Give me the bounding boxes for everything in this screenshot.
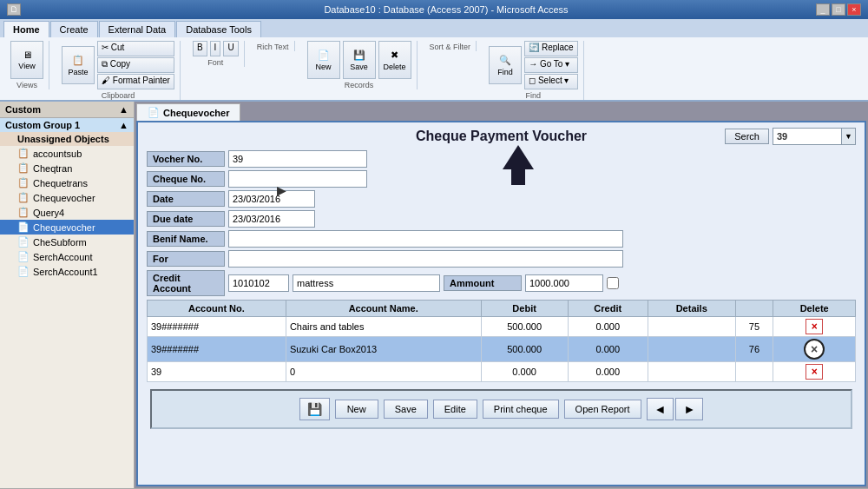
row1-delete-cell: × (773, 317, 856, 337)
next-button[interactable]: ► (675, 398, 703, 420)
row1-details (648, 317, 735, 337)
underline-button[interactable]: U (223, 41, 238, 56)
nav-item-cheqtran[interactable]: 📋 Cheqtran (0, 161, 134, 175)
ribbon-group-richtext: Rich Text (252, 41, 295, 51)
col-credit: Credit (568, 301, 648, 317)
bold-button[interactable]: B (193, 41, 207, 56)
title-bar-menu-btn[interactable]: 🗋 (7, 3, 21, 16)
tab-database-tools[interactable]: Database Tools (176, 21, 261, 37)
vocher-no-row: Vocher No. (147, 150, 856, 168)
nav-item-cheqtran-icon: 📋 (17, 162, 30, 174)
nav-item-chesubform-icon: 📄 (17, 236, 30, 248)
nav-item-serchaccount-icon: 📄 (17, 251, 30, 262)
date-input[interactable] (228, 190, 315, 208)
search-combo: ▼ (773, 128, 856, 145)
search-dropdown-button[interactable]: ▼ (842, 128, 856, 145)
view-icon: 🖥 (23, 50, 32, 60)
tab-home[interactable]: Home (3, 21, 49, 37)
search-area: Serch ▼ (679, 128, 856, 145)
nav-item-chequetrans[interactable]: 📋 Chequetrans (0, 175, 134, 190)
close-btn[interactable]: × (847, 3, 861, 16)
ribbon-tabs: Home Create External Data Database Tools (0, 19, 868, 37)
nav-item-chesubform[interactable]: 📄 CheSubform (0, 235, 134, 249)
cut-button[interactable]: ✂ Cut (97, 41, 174, 56)
vocher-no-label: Vocher No. (147, 151, 225, 167)
row3-details (648, 362, 735, 382)
due-date-input[interactable] (228, 210, 315, 228)
delete-record-label: Delete (384, 63, 406, 71)
nav-item-chequevocher[interactable]: 📋 Chequevocher (0, 190, 134, 205)
save-button[interactable]: Save (384, 400, 428, 419)
nav-section-header[interactable]: Unassigned Objects (0, 132, 134, 146)
table-row: 39####### Chairs and tables 500.000 0.00… (148, 317, 856, 337)
copy-button[interactable]: ⧉ Copy (97, 57, 174, 73)
doc-tab-label: Chequevocher (163, 108, 229, 118)
search-button[interactable]: Serch (725, 129, 769, 144)
nav-item-accountsub-icon: 📋 (17, 148, 30, 159)
row2-delete-button[interactable]: × (804, 339, 825, 360)
clipboard-small-group: ✂ Cut ⧉ Copy 🖌 Format Painter (97, 41, 174, 89)
nav-item-serchaccount[interactable]: 📄 SerchAccount (0, 249, 134, 264)
new-record-button[interactable]: 📄 New (307, 41, 340, 79)
minimize-btn[interactable]: _ (816, 3, 830, 16)
nav-item-serchaccount1[interactable]: 📄 SerchAccount1 (0, 264, 134, 279)
delete-record-button[interactable]: ✖ Delete (378, 41, 411, 79)
new-button[interactable]: New (335, 400, 378, 419)
cheque-no-label: Cheque No. (147, 171, 225, 187)
cheque-no-input[interactable] (228, 170, 367, 188)
cheque-no-row: Cheque No. (147, 170, 856, 188)
replace-button[interactable]: 🔄 Replace (524, 41, 577, 56)
select-button[interactable]: ◻ Select ▾ (524, 74, 577, 89)
prev-button[interactable]: ◄ (647, 398, 674, 420)
font-group-label: Font (207, 58, 223, 67)
format-painter-button[interactable]: 🖌 Format Painter (97, 74, 174, 89)
benif-name-input[interactable] (228, 230, 623, 248)
nav-group-header[interactable]: Custom Group 1 ▲ (0, 118, 134, 132)
save-record-icon: 💾 (353, 50, 365, 61)
paste-button[interactable]: 📋 Paste (62, 46, 95, 84)
nav-header[interactable]: Custom ▲ (0, 102, 134, 118)
edit-button[interactable]: Edite (433, 400, 477, 419)
ribbon-group-views: 🖥 View Views (5, 41, 49, 89)
goto-button[interactable]: → Go To ▾ (524, 57, 577, 73)
amount-input[interactable] (525, 274, 603, 292)
nav-item-chequetrans-icon: 📋 (17, 177, 30, 188)
for-input[interactable] (228, 250, 623, 268)
credit-checkbox[interactable] (607, 277, 619, 289)
row3-delete-button[interactable]: × (806, 364, 823, 380)
arrow-indicator (503, 145, 534, 185)
nav-item-chequevocher-form[interactable]: 📄 Chequevocher (0, 220, 134, 235)
nav-item-accountsub[interactable]: 📋 accountsub (0, 146, 134, 161)
title-bar-controls: _ □ × (816, 3, 861, 16)
save-icon-button[interactable]: 💾 (299, 398, 330, 420)
doc-tab-chequevocher[interactable]: 📄 Chequevocher (136, 103, 240, 121)
col-account-name: Account Name. (286, 301, 481, 317)
print-cheque-button[interactable]: Print cheque (483, 400, 559, 419)
title-bar-title: Database10 : Database (Access 2007) - Mi… (76, 4, 816, 15)
nav-item-query4[interactable]: 📋 Query4 (0, 205, 134, 220)
credit-account-input[interactable] (228, 274, 289, 292)
nav-item-chequevocher-form-icon: 📄 (17, 221, 30, 233)
save-record-button[interactable]: 💾 Save (343, 41, 376, 79)
nav-arrows: ◄ ► (647, 398, 704, 420)
paste-icon: 📋 (72, 55, 84, 66)
row3-account-name: 0 (286, 362, 481, 382)
tab-external-data[interactable]: External Data (99, 21, 176, 37)
ribbon-group-font: B I U Font (187, 41, 245, 67)
maximize-btn[interactable]: □ (832, 3, 845, 16)
find-button[interactable]: 🔍 Find (489, 46, 522, 84)
ribbon: Home Create External Data Database Tools… (0, 19, 868, 102)
col-debit: Debit (481, 301, 568, 317)
action-bar: 💾 New Save Edite Print cheque Open Repor… (150, 389, 852, 429)
tab-create[interactable]: Create (50, 21, 98, 37)
row1-account-no: 39####### (148, 317, 286, 337)
view-button[interactable]: 🖥 View (10, 41, 43, 79)
vocher-no-input[interactable] (228, 150, 367, 168)
row1-delete-button[interactable]: × (806, 319, 823, 334)
amount-label: Ammount (444, 275, 522, 291)
open-report-button[interactable]: Open Report (564, 400, 641, 419)
italic-button[interactable]: I (210, 41, 221, 56)
credit-account-name-input[interactable] (293, 274, 440, 292)
search-input[interactable] (773, 128, 842, 145)
benif-name-row: Benif Name. (147, 230, 856, 248)
